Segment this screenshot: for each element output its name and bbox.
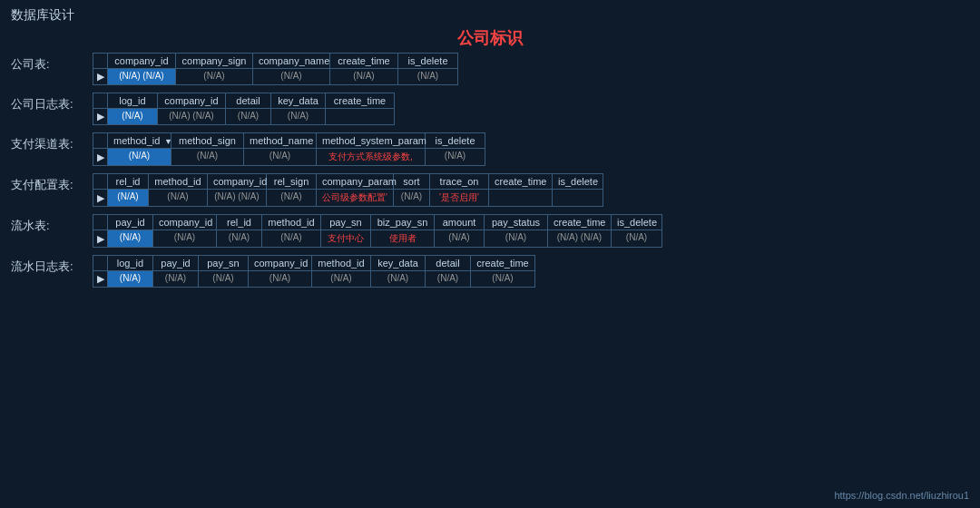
col-header-4-4: pay_sn (321, 215, 371, 230)
col-cell-4-0-6: (N/A) (435, 230, 485, 247)
db-table-5: log_idpay_idpay_sncompany_idmethod_idkey… (93, 255, 535, 288)
arrow-header-4 (93, 215, 108, 230)
col-cell-1-0-3: (N/A) (271, 109, 326, 124)
col-header-3-1: method_id (149, 174, 208, 189)
col-header-5-0: log_id (108, 256, 153, 270)
col-cell-2-0-4: (N/A) (426, 149, 485, 165)
col-header-4-3: method_id (262, 215, 321, 230)
db-table-1: log_idcompany_iddetailkey_datacreate_tim… (93, 93, 395, 125)
col-header-0-3: create_time (330, 54, 398, 68)
col-header-3-3: rel_sign (267, 174, 317, 189)
arrow-header-1 (93, 93, 108, 108)
center-label: 公司标识 (0, 27, 980, 49)
arrow-header-0 (93, 54, 108, 68)
arrow-body-3-0: ▶ (93, 190, 108, 206)
col-header-3-8: is_delete (553, 174, 603, 189)
arrow-header-2 (93, 133, 108, 148)
col-header-3-6: trace_on (430, 174, 489, 189)
col-cell-1-0-1: (N/A) (N/A) (158, 109, 226, 124)
arrow-body-1-0: ▶ (93, 109, 108, 124)
col-header-5-3: company_id (249, 256, 312, 270)
col-header-3-4: company_param (317, 174, 394, 189)
col-cell-3-0-0: (N/A) (108, 190, 149, 206)
col-header-4-0: pay_id (108, 215, 153, 230)
table-label-5: 流水日志表: (11, 255, 93, 275)
col-cell-5-0-4: (N/A) (312, 271, 371, 287)
col-header-4-1: company_id (153, 215, 217, 230)
col-cell-0-0-4: (N/A) (398, 69, 457, 84)
col-cell-0-0-1: (N/A) (176, 69, 253, 84)
arrow-body-2-0: ▶ (93, 149, 108, 165)
db-table-3: rel_idmethod_idcompany_idrel_signcompany… (93, 173, 603, 207)
col-header-5-2: pay_sn (199, 256, 249, 270)
col-cell-5-0-6: (N/A) (426, 271, 471, 287)
table-label-3: 支付配置表: (11, 173, 93, 193)
col-header-1-2: detail (226, 93, 271, 108)
watermark: https://blog.csdn.net/liuzhirou1 (834, 490, 969, 501)
col-header-3-7: create_time (489, 174, 553, 189)
col-cell-4-0-0: (N/A) (108, 230, 153, 247)
col-header-1-0: log_id (108, 93, 158, 108)
table-section-2: 支付渠道表:method_id ▼method_signmethod_namem… (11, 132, 969, 166)
col-header-0-4: is_delete (398, 54, 457, 68)
col-header-5-5: key_data (371, 256, 426, 270)
col-cell-4-0-9: (N/A) (612, 230, 662, 247)
col-header-4-8: create_time (548, 215, 612, 230)
col-cell-2-0-1: (N/A) (172, 149, 244, 165)
table-section-1: 公司日志表:log_idcompany_iddetailkey_datacrea… (11, 93, 969, 125)
col-header-5-4: method_id (312, 256, 371, 270)
db-table-0: company_idcompany_signcompany_namecreate… (93, 53, 458, 85)
col-cell-4-0-8: (N/A) (N/A) (548, 230, 612, 247)
col-header-2-2: method_name (244, 133, 317, 148)
db-table-2: method_id ▼method_signmethod_namemethod_… (93, 132, 485, 166)
col-cell-5-0-0: (N/A) (108, 271, 153, 287)
col-cell-5-0-2: (N/A) (199, 271, 249, 287)
arrow-header-5 (93, 256, 108, 270)
col-cell-4-0-3: (N/A) (262, 230, 321, 247)
col-cell-5-0-5: (N/A) (371, 271, 426, 287)
main-content: 公司表:company_idcompany_signcompany_namecr… (0, 53, 980, 288)
col-header-2-4: is_delete (426, 133, 485, 148)
table-label-0: 公司表: (11, 53, 93, 73)
col-cell-2-0-2: (N/A) (244, 149, 317, 165)
col-cell-4-0-7: (N/A) (485, 230, 548, 247)
arrow-body-5-0: ▶ (93, 271, 108, 287)
col-cell-4-0-2: (N/A) (217, 230, 262, 247)
col-cell-3-0-7 (489, 190, 553, 206)
col-cell-5-0-3: (N/A) (249, 271, 312, 287)
col-cell-3-0-3: (N/A) (267, 190, 317, 206)
col-cell-2-0-0: (N/A) (108, 149, 172, 165)
col-header-4-2: rel_id (217, 215, 262, 230)
col-header-4-6: amount (435, 215, 485, 230)
col-header-0-2: company_name (253, 54, 330, 68)
col-header-4-7: pay_status (485, 215, 548, 230)
col-cell-3-0-4: 公司级参数配置' (317, 190, 394, 206)
col-header-3-0: rel_id (108, 174, 149, 189)
col-header-1-4: create_time (326, 93, 394, 108)
col-cell-0-0-3: (N/A) (330, 69, 398, 84)
col-cell-1-0-0: (N/A) (108, 109, 158, 124)
col-header-5-7: create_time (471, 256, 534, 270)
col-cell-3-0-1: (N/A) (149, 190, 208, 206)
arrow-body-4-0: ▶ (93, 230, 108, 247)
table-label-1: 公司日志表: (11, 93, 93, 112)
col-header-5-6: detail (426, 256, 471, 270)
col-cell-5-0-1: (N/A) (153, 271, 199, 287)
col-cell-4-0-5: 使用者 (371, 230, 435, 247)
col-header-3-5: sort (394, 174, 430, 189)
page-title: 数据库设计 (0, 0, 980, 27)
col-header-2-1: method_sign (172, 133, 244, 148)
db-table-4: pay_idcompany_idrel_idmethod_idpay_snbiz… (93, 214, 662, 248)
col-cell-4-0-4: 支付中心 (321, 230, 371, 247)
table-label-2: 支付渠道表: (11, 132, 93, 152)
col-header-0-0: company_id (108, 54, 176, 68)
col-header-2-3: method_system_param (317, 133, 426, 148)
col-cell-2-0-3: 支付方式系统级参数, (317, 149, 426, 165)
table-label-4: 流水表: (11, 214, 93, 234)
col-cell-3-0-2: (N/A) (N/A) (208, 190, 267, 206)
col-cell-3-0-6: '是否启用' (430, 190, 489, 206)
col-cell-1-0-2: (N/A) (226, 109, 271, 124)
col-header-1-3: key_data (271, 93, 326, 108)
col-header-2-0: method_id ▼ (108, 133, 172, 148)
col-cell-3-0-5: (N/A) (394, 190, 430, 206)
